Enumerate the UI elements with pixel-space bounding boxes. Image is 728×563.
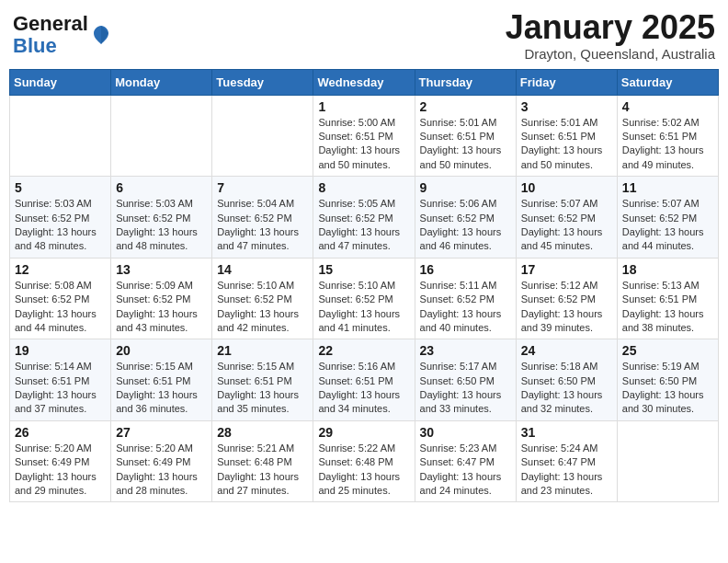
weekday-header: Monday: [111, 69, 212, 95]
day-number: 29: [318, 425, 409, 440]
weekday-header: Friday: [516, 69, 617, 95]
day-info: Sunrise: 5:03 AM Sunset: 6:52 PM Dayligh…: [116, 197, 207, 254]
calendar-cell: [111, 95, 212, 177]
calendar-cell: 10Sunrise: 5:07 AM Sunset: 6:52 PM Dayli…: [516, 177, 617, 259]
day-number: 18: [622, 262, 713, 277]
calendar-cell: 16Sunrise: 5:11 AM Sunset: 6:52 PM Dayli…: [415, 258, 516, 339]
day-info: Sunrise: 5:23 AM Sunset: 6:47 PM Dayligh…: [420, 442, 511, 499]
calendar-cell: 26Sunrise: 5:20 AM Sunset: 6:49 PM Dayli…: [10, 420, 111, 502]
day-info: Sunrise: 5:01 AM Sunset: 6:51 PM Dayligh…: [521, 116, 612, 173]
day-info: Sunrise: 5:12 AM Sunset: 6:52 PM Dayligh…: [521, 279, 612, 336]
calendar-cell: 27Sunrise: 5:20 AM Sunset: 6:49 PM Dayli…: [111, 420, 212, 502]
day-number: 26: [15, 425, 106, 440]
day-number: 19: [15, 343, 106, 358]
day-number: 11: [622, 180, 713, 195]
day-number: 17: [521, 262, 612, 277]
calendar-cell: 25Sunrise: 5:19 AM Sunset: 6:50 PM Dayli…: [617, 339, 718, 421]
calendar-cell: 8Sunrise: 5:05 AM Sunset: 6:52 PM Daylig…: [313, 177, 415, 259]
calendar-week-row: 5Sunrise: 5:03 AM Sunset: 6:52 PM Daylig…: [10, 177, 719, 259]
day-info: Sunrise: 5:15 AM Sunset: 6:51 PM Dayligh…: [116, 360, 207, 417]
day-number: 30: [420, 425, 511, 440]
calendar-cell: 2Sunrise: 5:01 AM Sunset: 6:51 PM Daylig…: [415, 95, 516, 177]
day-number: 25: [622, 343, 713, 358]
day-info: Sunrise: 5:05 AM Sunset: 6:52 PM Dayligh…: [318, 197, 409, 254]
calendar-cell: 17Sunrise: 5:12 AM Sunset: 6:52 PM Dayli…: [516, 258, 617, 339]
calendar-cell: 9Sunrise: 5:06 AM Sunset: 6:52 PM Daylig…: [415, 177, 516, 259]
day-info: Sunrise: 5:22 AM Sunset: 6:48 PM Dayligh…: [318, 442, 409, 499]
calendar-week-row: 1Sunrise: 5:00 AM Sunset: 6:51 PM Daylig…: [10, 95, 719, 177]
day-info: Sunrise: 5:09 AM Sunset: 6:52 PM Dayligh…: [116, 279, 207, 336]
calendar-week-row: 19Sunrise: 5:14 AM Sunset: 6:51 PM Dayli…: [10, 339, 719, 421]
day-info: Sunrise: 5:20 AM Sunset: 6:49 PM Dayligh…: [116, 442, 207, 499]
day-info: Sunrise: 5:16 AM Sunset: 6:51 PM Dayligh…: [318, 360, 409, 417]
weekday-header: Tuesday: [212, 69, 313, 95]
calendar-cell: [10, 95, 111, 177]
calendar-cell: 30Sunrise: 5:23 AM Sunset: 6:47 PM Dayli…: [415, 420, 516, 502]
day-number: 16: [420, 262, 511, 277]
calendar-cell: 13Sunrise: 5:09 AM Sunset: 6:52 PM Dayli…: [111, 258, 212, 339]
day-number: 3: [521, 99, 612, 114]
calendar-cell: 22Sunrise: 5:16 AM Sunset: 6:51 PM Dayli…: [313, 339, 415, 421]
calendar-cell: 1Sunrise: 5:00 AM Sunset: 6:51 PM Daylig…: [313, 95, 415, 177]
day-info: Sunrise: 5:00 AM Sunset: 6:51 PM Dayligh…: [318, 116, 409, 173]
calendar-cell: 15Sunrise: 5:10 AM Sunset: 6:52 PM Dayli…: [313, 258, 415, 339]
day-info: Sunrise: 5:04 AM Sunset: 6:52 PM Dayligh…: [217, 197, 308, 254]
day-number: 13: [116, 262, 207, 277]
day-number: 24: [521, 343, 612, 358]
day-number: 14: [217, 262, 308, 277]
day-number: 31: [521, 425, 612, 440]
month-title: January 2025: [506, 9, 715, 46]
day-number: 6: [116, 180, 207, 195]
logo-blue: Blue: [13, 34, 57, 57]
day-number: 5: [15, 180, 106, 195]
day-number: 20: [116, 343, 207, 358]
day-info: Sunrise: 5:02 AM Sunset: 6:51 PM Dayligh…: [622, 116, 713, 173]
day-number: 22: [318, 343, 409, 358]
day-info: Sunrise: 5:01 AM Sunset: 6:51 PM Dayligh…: [420, 116, 511, 173]
calendar-cell: [617, 420, 718, 502]
calendar-cell: 11Sunrise: 5:07 AM Sunset: 6:52 PM Dayli…: [617, 177, 718, 259]
calendar-cell: 19Sunrise: 5:14 AM Sunset: 6:51 PM Dayli…: [10, 339, 111, 421]
calendar-week-row: 26Sunrise: 5:20 AM Sunset: 6:49 PM Dayli…: [10, 420, 719, 502]
day-number: 4: [622, 99, 713, 114]
calendar-cell: 24Sunrise: 5:18 AM Sunset: 6:50 PM Dayli…: [516, 339, 617, 421]
weekday-header: Sunday: [10, 69, 111, 95]
day-number: 9: [420, 180, 511, 195]
day-info: Sunrise: 5:18 AM Sunset: 6:50 PM Dayligh…: [521, 360, 612, 417]
weekday-header-row: SundayMondayTuesdayWednesdayThursdayFrid…: [10, 69, 719, 95]
day-info: Sunrise: 5:07 AM Sunset: 6:52 PM Dayligh…: [622, 197, 713, 254]
calendar-cell: 23Sunrise: 5:17 AM Sunset: 6:50 PM Dayli…: [415, 339, 516, 421]
day-number: 10: [521, 180, 612, 195]
day-info: Sunrise: 5:14 AM Sunset: 6:51 PM Dayligh…: [15, 360, 106, 417]
calendar-cell: 14Sunrise: 5:10 AM Sunset: 6:52 PM Dayli…: [212, 258, 313, 339]
day-info: Sunrise: 5:10 AM Sunset: 6:52 PM Dayligh…: [318, 279, 409, 336]
day-number: 28: [217, 425, 308, 440]
logo: General Blue: [13, 13, 112, 57]
calendar-cell: 28Sunrise: 5:21 AM Sunset: 6:48 PM Dayli…: [212, 420, 313, 502]
calendar-cell: 4Sunrise: 5:02 AM Sunset: 6:51 PM Daylig…: [617, 95, 718, 177]
calendar-week-row: 12Sunrise: 5:08 AM Sunset: 6:52 PM Dayli…: [10, 258, 719, 339]
weekday-header: Wednesday: [313, 69, 415, 95]
calendar-cell: 12Sunrise: 5:08 AM Sunset: 6:52 PM Dayli…: [10, 258, 111, 339]
day-number: 1: [318, 99, 409, 114]
title-block: January 2025 Drayton, Queensland, Austra…: [506, 9, 715, 62]
day-number: 12: [15, 262, 106, 277]
day-info: Sunrise: 5:24 AM Sunset: 6:47 PM Dayligh…: [521, 442, 612, 499]
day-number: 2: [420, 99, 511, 114]
day-number: 15: [318, 262, 409, 277]
calendar-cell: 21Sunrise: 5:15 AM Sunset: 6:51 PM Dayli…: [212, 339, 313, 421]
day-info: Sunrise: 5:21 AM Sunset: 6:48 PM Dayligh…: [217, 442, 308, 499]
day-info: Sunrise: 5:15 AM Sunset: 6:51 PM Dayligh…: [217, 360, 308, 417]
calendar-cell: 5Sunrise: 5:03 AM Sunset: 6:52 PM Daylig…: [10, 177, 111, 259]
day-info: Sunrise: 5:06 AM Sunset: 6:52 PM Dayligh…: [420, 197, 511, 254]
calendar-cell: 3Sunrise: 5:01 AM Sunset: 6:51 PM Daylig…: [516, 95, 617, 177]
day-info: Sunrise: 5:03 AM Sunset: 6:52 PM Dayligh…: [15, 197, 106, 254]
weekday-header: Thursday: [415, 69, 516, 95]
calendar-cell: 18Sunrise: 5:13 AM Sunset: 6:51 PM Dayli…: [617, 258, 718, 339]
day-info: Sunrise: 5:10 AM Sunset: 6:52 PM Dayligh…: [217, 279, 308, 336]
day-info: Sunrise: 5:11 AM Sunset: 6:52 PM Dayligh…: [420, 279, 511, 336]
page-header: General Blue January 2025 Drayton, Queen…: [9, 9, 719, 62]
calendar-cell: 31Sunrise: 5:24 AM Sunset: 6:47 PM Dayli…: [516, 420, 617, 502]
day-number: 21: [217, 343, 308, 358]
day-info: Sunrise: 5:19 AM Sunset: 6:50 PM Dayligh…: [622, 360, 713, 417]
